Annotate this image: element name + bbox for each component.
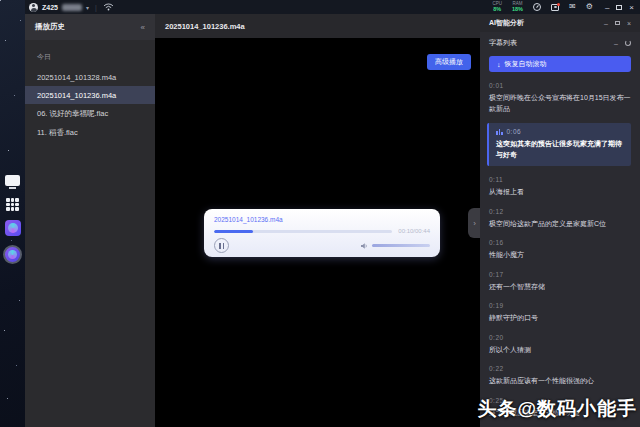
subtitle-entry[interactable]: 0:22 这款新品应该有一个性能很强的心 bbox=[489, 365, 631, 387]
device-name[interactable]: Z425 bbox=[42, 4, 58, 11]
subtitle-entry[interactable]: 0:12 极空间给这款产品的定义是家庭新C位 bbox=[489, 208, 631, 230]
ai-analysis-panel: AI智能分析 – × 字幕列表 – ↓ 恢复自动滚动 bbox=[480, 14, 640, 427]
performance-gauge-icon[interactable] bbox=[533, 3, 541, 11]
subtitle-timestamp: 0:16 bbox=[489, 239, 631, 246]
subtitle-text: 极空间昨晚在公众号宣布将在10月15日发布一款新品 bbox=[489, 93, 631, 114]
collapse-sidebar-icon[interactable]: « bbox=[141, 23, 145, 32]
subtitle-timestamp: 0:19 bbox=[489, 302, 631, 309]
subtitle-timestamp: 0:20 bbox=[489, 334, 631, 341]
subtitle-timestamp: 0:12 bbox=[489, 208, 631, 215]
subtitle-entry[interactable]: 0:20 所以个人猜测 bbox=[489, 334, 631, 356]
pause-button[interactable] bbox=[214, 238, 229, 253]
advanced-play-button[interactable]: 高级播放 bbox=[427, 54, 471, 70]
progress-fill bbox=[214, 230, 253, 233]
desktop-dock bbox=[1, 175, 24, 264]
subtitle-entry[interactable]: 0:01 极空间昨晚在公众号宣布将在10月15日发布一款新品 bbox=[489, 82, 631, 114]
subtitle-timestamp: 0:01 bbox=[489, 82, 631, 89]
history-list-item[interactable]: 20251014_101328.m4a bbox=[25, 68, 155, 86]
progress-bar[interactable] bbox=[214, 230, 392, 233]
subtitle-timestamp: 0:11 bbox=[489, 176, 631, 183]
subtitle-entry[interactable]: 0:06 这突如其来的预告让很多玩家充满了期待与好奇 bbox=[487, 123, 631, 166]
user-avatar[interactable] bbox=[29, 3, 38, 12]
screenshot-icon[interactable] bbox=[551, 4, 559, 11]
history-list-item[interactable]: 20251014_101236.m4a bbox=[25, 86, 155, 104]
play-history-sidebar: 播放历史 « 今日 20251014_101328.m4a 20251014_1… bbox=[25, 14, 155, 427]
subtitle-text: 极空间给这款产品的定义是家庭新C位 bbox=[489, 219, 631, 230]
gear-icon[interactable]: ⚙ bbox=[586, 3, 593, 11]
mail-icon[interactable]: ✉ bbox=[569, 3, 576, 11]
player-main: 20251014_101236.m4a 高级播放 20251014_101236… bbox=[155, 14, 480, 427]
watermark: 头条@数码小能手 bbox=[477, 396, 637, 422]
app-grid-icon[interactable] bbox=[6, 198, 19, 211]
wifi-icon[interactable] bbox=[103, 3, 114, 11]
panel-close-button[interactable]: × bbox=[627, 20, 631, 27]
maximize-button[interactable] bbox=[616, 5, 622, 10]
ai-panel-titlebar: AI智能分析 – × bbox=[480, 14, 640, 32]
speaker-icon bbox=[360, 242, 368, 250]
restore-autoscroll-button[interactable]: ↓ 恢复自动滚动 bbox=[489, 56, 631, 72]
notification-dot bbox=[557, 3, 560, 6]
subtitle-entry[interactable]: 0:11 从海报上看 bbox=[489, 176, 631, 198]
main-header: 20251014_101236.m4a bbox=[155, 14, 480, 38]
arrow-down-icon: ↓ bbox=[497, 61, 501, 68]
subtitle-text: 从海报上看 bbox=[489, 187, 631, 198]
player-stage: 高级播放 20251014_101236.m4a 00:10/00:44 bbox=[155, 38, 480, 427]
subtitle-text: 所以个人猜测 bbox=[489, 345, 631, 356]
player-track-title: 20251014_101236.m4a bbox=[204, 209, 440, 223]
audio-player-card: 20251014_101236.m4a 00:10/00:44 bbox=[204, 209, 440, 257]
subtitle-list: 0:01 极空间昨晚在公众号宣布将在10月15日发布一款新品 0:06 这突如其… bbox=[480, 72, 640, 427]
current-file-title: 20251014_101236.m4a bbox=[165, 22, 245, 31]
time-display: 00:10/00:44 bbox=[398, 228, 430, 234]
subtitle-text: 还有一个智慧存储 bbox=[489, 282, 631, 293]
volume-control[interactable] bbox=[360, 242, 430, 250]
app-window: Z425 ▾ | CPU 8% RAM 18% ✉ ⚙ – × bbox=[25, 0, 640, 427]
history-list-item[interactable]: 11. 稻香.flac bbox=[25, 123, 155, 142]
subtitle-entry[interactable]: 0:17 还有一个智慧存储 bbox=[489, 271, 631, 293]
subtitle-list-title: 字幕列表 bbox=[489, 38, 517, 48]
refresh-icon[interactable] bbox=[625, 40, 631, 46]
subtitle-text: 这突如其来的预告让很多玩家充满了期待与好奇 bbox=[496, 139, 624, 160]
ram-meter: RAM 18% bbox=[512, 2, 523, 13]
subtitle-text: 静默守护的口号 bbox=[489, 313, 631, 324]
sidebar-title: 播放历史 bbox=[35, 22, 65, 32]
section-label-today: 今日 bbox=[25, 40, 155, 68]
subtitle-text: 这款新品应该有一个性能很强的心 bbox=[489, 376, 631, 387]
close-button[interactable]: × bbox=[629, 3, 634, 12]
subtitle-entry[interactable]: 0:19 静默守护的口号 bbox=[489, 302, 631, 324]
redacted-device-id bbox=[62, 4, 82, 11]
subtitle-text: 性能小魔方 bbox=[489, 250, 631, 261]
subtitle-timestamp: 0:22 bbox=[489, 365, 631, 372]
subtitle-list-header: 字幕列表 – bbox=[480, 32, 640, 54]
subtitle-collapse-button[interactable]: – bbox=[614, 40, 618, 47]
volume-slider[interactable] bbox=[372, 244, 430, 247]
minimize-button[interactable]: – bbox=[605, 3, 609, 12]
subtitle-timestamp: 0:06 bbox=[496, 128, 624, 135]
cpu-meter: CPU 8% bbox=[492, 2, 502, 13]
divider: | bbox=[95, 4, 97, 11]
panel-restore-button[interactable] bbox=[615, 21, 620, 26]
history-list-item[interactable]: 06. 说好的幸福呢.flac bbox=[25, 104, 155, 123]
subtitle-timestamp: 0:17 bbox=[489, 271, 631, 278]
playing-equalizer-icon bbox=[496, 129, 503, 135]
sidebar-header: 播放历史 « bbox=[25, 14, 155, 40]
panel-minimize-button[interactable]: – bbox=[604, 20, 608, 27]
titlebar: Z425 ▾ | CPU 8% RAM 18% ✉ ⚙ – × bbox=[25, 0, 640, 14]
chevron-down-icon[interactable]: ▾ bbox=[86, 4, 89, 11]
subtitle-entry[interactable]: 0:16 性能小魔方 bbox=[489, 239, 631, 261]
history-list: 20251014_101328.m4a 20251014_101236.m4a … bbox=[25, 68, 155, 142]
app-icon-purple[interactable] bbox=[5, 220, 21, 236]
ai-panel-title: AI智能分析 bbox=[489, 18, 524, 28]
app-icon-active[interactable] bbox=[3, 245, 22, 264]
display-icon[interactable] bbox=[5, 175, 20, 186]
